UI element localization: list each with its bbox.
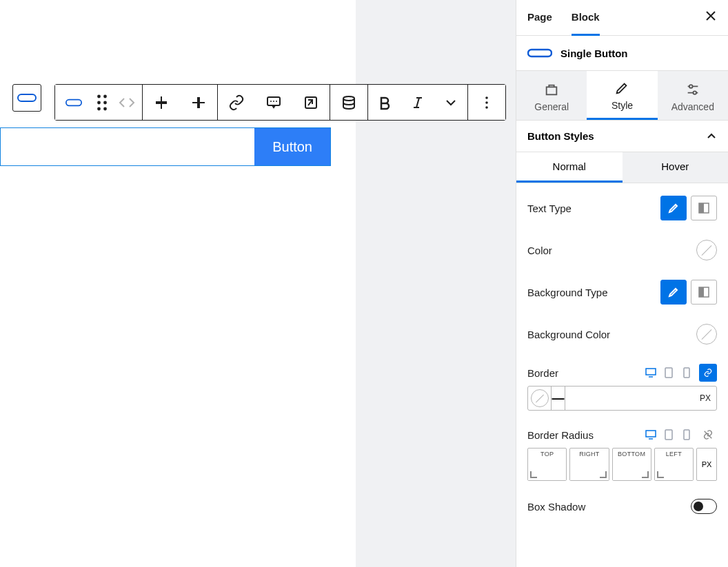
block-icon-button[interactable] [55, 85, 92, 120]
general-icon [544, 82, 559, 97]
device-tablet-icon[interactable] [663, 429, 674, 440]
text-type-classic[interactable] [660, 196, 687, 220]
more-text-button[interactable] [434, 85, 467, 120]
border-color-picker[interactable] [528, 386, 552, 410]
device-desktop-icon[interactable] [645, 429, 656, 440]
tab-block[interactable]: Block [572, 0, 600, 36]
options-button[interactable] [468, 85, 505, 120]
link-button[interactable] [218, 85, 255, 120]
label-color: Color [527, 245, 552, 256]
text-type-toggle [660, 196, 717, 220]
canvas[interactable]: Button [0, 0, 356, 567]
label-border: Border [527, 367, 558, 379]
background-color-picker[interactable] [696, 324, 717, 344]
svg-point-2 [97, 94, 101, 98]
mode-tab-style-label: Style [611, 100, 633, 111]
label-border-radius: Border Radius [527, 429, 594, 441]
box-shadow-toggle[interactable] [691, 499, 717, 514]
state-subtabs: Normal Hover [516, 152, 728, 183]
svg-rect-30 [684, 430, 689, 440]
border-link-toggle[interactable] [699, 364, 717, 382]
bg-type-gradient[interactable] [691, 280, 717, 305]
single-button-icon [527, 47, 552, 59]
border-unit-label[interactable]: PX [694, 393, 716, 403]
radius-right-label: RIGHT [570, 449, 608, 460]
svg-point-5 [103, 101, 107, 104]
editor-canvas-area: Button [0, 0, 516, 567]
svg-point-6 [97, 107, 101, 110]
advanced-icon [685, 82, 700, 97]
style-icon [614, 81, 629, 96]
label-box-shadow: Box Shadow [527, 501, 585, 513]
svg-point-10 [273, 101, 274, 102]
mode-tab-advanced[interactable]: Advanced [658, 71, 728, 120]
background-type-toggle [660, 280, 717, 305]
device-tablet-icon[interactable] [663, 367, 674, 378]
style-panel-body: Text Type Color Background Type [516, 183, 728, 526]
svg-rect-18 [547, 87, 557, 94]
drag-handle[interactable] [92, 85, 112, 120]
dynamic-content-button[interactable] [330, 85, 367, 120]
svg-point-3 [103, 94, 107, 98]
svg-point-16 [485, 106, 488, 109]
mode-tab-general[interactable]: General [516, 71, 587, 120]
radius-left-label: LEFT [655, 449, 693, 460]
radius-unit[interactable]: PX [696, 448, 717, 481]
copy-style-button[interactable] [292, 85, 330, 120]
italic-button[interactable] [401, 85, 434, 120]
radius-right: RIGHT [569, 448, 609, 481]
border-responsive-controls [645, 364, 717, 382]
svg-rect-1 [66, 99, 81, 105]
sidebar-tabs: Page Block [516, 0, 728, 36]
block-type-indicator[interactable] [12, 84, 41, 112]
settings-sidebar: Page Block Single Button General Style A… [516, 0, 728, 567]
border-style-picker[interactable]: ― [552, 386, 565, 410]
align-button[interactable] [143, 85, 180, 120]
svg-point-19 [689, 85, 693, 88]
svg-point-4 [97, 101, 101, 104]
section-button-styles[interactable]: Button Styles [516, 121, 728, 152]
tab-page[interactable]: Page [527, 0, 552, 36]
radius-left: LEFT [654, 448, 694, 481]
tooltip-button[interactable] [255, 85, 292, 120]
move-arrows[interactable] [112, 85, 142, 120]
border-width-input[interactable] [565, 386, 694, 410]
svg-point-9 [270, 101, 272, 102]
section-title-label: Button Styles [527, 130, 594, 142]
row-border-head: Border [516, 354, 728, 386]
row-background-color: Background Color [516, 314, 728, 354]
mode-tabs: General Style Advanced [516, 71, 728, 121]
device-mobile-icon[interactable] [681, 429, 692, 440]
subtab-hover[interactable]: Hover [623, 152, 729, 183]
device-desktop-icon[interactable] [645, 367, 656, 378]
color-picker[interactable] [696, 240, 717, 260]
subtab-normal[interactable]: Normal [516, 152, 623, 183]
radius-bottom: BOTTOM [612, 448, 651, 481]
close-sidebar-button[interactable] [705, 10, 717, 25]
block-name-label: Single Button [560, 48, 628, 59]
radius-link-toggle[interactable] [699, 426, 717, 444]
chevron-up-icon [706, 131, 717, 142]
svg-point-20 [693, 91, 696, 94]
row-color: Color [516, 230, 728, 270]
device-mobile-icon[interactable] [681, 367, 692, 378]
button-block-wrapper[interactable]: Button [0, 127, 331, 166]
button-element[interactable]: Button [254, 128, 330, 165]
bg-type-classic[interactable] [660, 280, 687, 305]
block-header: Single Button [516, 36, 728, 71]
border-radius-inputs: TOP RIGHT BOTTOM LEFT PX [527, 448, 717, 481]
mode-tab-style[interactable]: Style [587, 71, 657, 120]
label-text-type: Text Type [527, 203, 572, 214]
justify-button[interactable] [180, 85, 217, 120]
bold-button[interactable] [368, 85, 401, 120]
svg-rect-24 [699, 287, 704, 297]
svg-point-7 [103, 107, 107, 110]
svg-point-15 [485, 101, 488, 104]
svg-rect-25 [646, 369, 656, 375]
svg-rect-28 [646, 431, 656, 437]
mode-tab-general-label: General [534, 101, 569, 112]
text-type-gradient[interactable] [691, 196, 717, 220]
svg-rect-29 [665, 430, 672, 440]
svg-rect-17 [528, 50, 552, 56]
mode-tab-advanced-label: Advanced [671, 101, 714, 112]
